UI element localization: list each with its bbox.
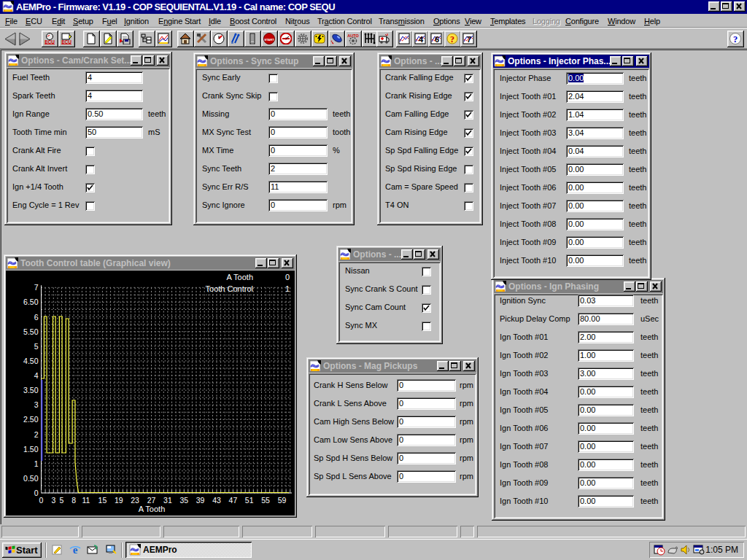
svg-text:15: 15 (98, 496, 107, 505)
svg-text:?: ? (733, 34, 738, 44)
svg-text:1: 1 (34, 459, 39, 468)
svg-text:3.50: 3.50 (23, 386, 39, 394)
svg-text:31: 31 (163, 496, 172, 505)
svg-text:Tooth Control: Tooth Control (206, 284, 253, 293)
svg-text:51: 51 (245, 496, 254, 505)
svg-text:e: e (73, 544, 78, 556)
svg-text:55: 55 (261, 496, 270, 505)
svg-text:6: 6 (435, 35, 439, 44)
svg-text:27: 27 (147, 496, 156, 505)
svg-text:ECU: ECU (61, 39, 71, 44)
svg-text:2.50: 2.50 (23, 415, 39, 424)
svg-text:6.50: 6.50 (23, 298, 39, 306)
svg-text:1: 1 (285, 284, 290, 293)
svg-text:1.50: 1.50 (23, 445, 39, 454)
svg-text:ECU: ECU (44, 39, 55, 44)
svg-text:43: 43 (212, 496, 221, 505)
svg-text:5: 5 (60, 496, 64, 505)
svg-text:7: 7 (467, 35, 471, 44)
svg-text:0: 0 (285, 273, 290, 281)
svg-text:?: ? (450, 34, 454, 44)
svg-text:23: 23 (131, 496, 139, 505)
svg-text:39: 39 (196, 496, 205, 505)
svg-text:4: 4 (34, 371, 39, 380)
svg-text:6: 6 (34, 313, 39, 322)
svg-text:A Tooth: A Tooth (227, 273, 254, 281)
svg-text:0: 0 (39, 496, 44, 505)
svg-text:11: 11 (82, 496, 90, 505)
svg-text:4.50: 4.50 (23, 357, 39, 365)
svg-text:7: 7 (34, 283, 39, 292)
svg-text:8: 8 (71, 496, 76, 505)
svg-text:47: 47 (229, 496, 238, 505)
svg-text:0: 0 (34, 489, 39, 497)
svg-text:3: 3 (34, 400, 39, 409)
svg-text:0.50: 0.50 (23, 474, 39, 483)
svg-text:START: START (264, 38, 274, 42)
svg-text:3: 3 (51, 496, 55, 505)
svg-text:4: 4 (419, 35, 424, 44)
svg-text:5.50: 5.50 (23, 327, 39, 336)
svg-text:19: 19 (115, 496, 123, 505)
svg-text:5: 5 (34, 342, 39, 351)
svg-text:59: 59 (278, 496, 287, 505)
svg-text:35: 35 (179, 496, 188, 505)
svg-text:A Tooth: A Tooth (139, 505, 166, 513)
svg-text:2: 2 (34, 430, 39, 439)
